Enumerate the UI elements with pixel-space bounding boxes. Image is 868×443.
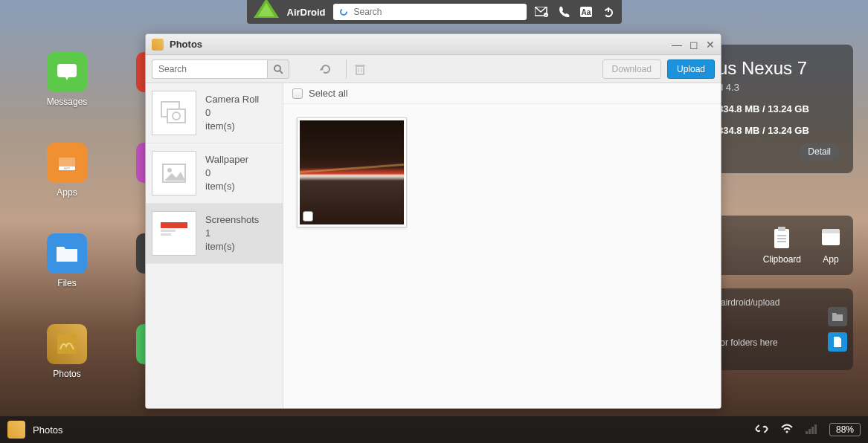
svg-marker-11	[65, 76, 69, 80]
album-search-input[interactable]	[152, 59, 267, 79]
upload-path: d/airdroid/upload	[713, 297, 844, 308]
signal-icon	[806, 424, 817, 436]
refresh-button[interactable]	[316, 59, 335, 79]
svg-line-24	[280, 71, 283, 74]
close-button[interactable]: ✕	[706, 39, 715, 51]
desktop-icon-apps[interactable]: APP Apps	[41, 143, 93, 198]
svg-rect-17	[778, 227, 785, 231]
svg-text:Aa: Aa	[581, 8, 591, 16]
device-name: us Nexus 7	[718, 58, 840, 79]
svg-rect-21	[822, 232, 840, 245]
app-icon	[819, 226, 843, 250]
phone-icon[interactable]	[556, 4, 571, 19]
select-all-checkbox[interactable]	[292, 88, 303, 99]
album-wallpaper[interactable]: Wallpaper0item(s)	[146, 143, 283, 204]
select-all-label: Select all	[309, 88, 348, 99]
album-search-button[interactable]	[267, 59, 289, 79]
svg-rect-35	[161, 222, 187, 228]
taskbar-app-icon[interactable]	[7, 421, 25, 439]
maximize-button[interactable]: ◻	[689, 39, 698, 51]
svg-rect-26	[356, 66, 364, 74]
svg-point-34	[167, 168, 172, 172]
photos-window: Photos — ◻ ✕ Download Upload Camera Roll…	[145, 33, 721, 409]
link-icon[interactable]	[755, 424, 768, 436]
svg-rect-37	[161, 233, 171, 236]
clipboard-icon	[770, 226, 794, 250]
svg-rect-40	[808, 429, 811, 434]
power-icon[interactable]	[601, 4, 616, 19]
svg-rect-42	[814, 424, 817, 434]
battery-indicator[interactable]: 88%	[829, 423, 861, 436]
photo-thumbnail	[300, 120, 404, 224]
drop-hint: s or folders here	[713, 337, 844, 348]
upload-panel[interactable]: d/airdroid/upload s or folders here	[704, 288, 853, 370]
album-thumb-icon	[152, 211, 196, 256]
album-screenshots[interactable]: Screenshots1item(s)	[146, 204, 283, 264]
upload-button[interactable]: Upload	[667, 59, 715, 79]
svg-rect-22	[822, 229, 840, 233]
top-menubar: AirDroid + Aa	[0, 0, 868, 24]
album-thumb-icon	[152, 151, 196, 195]
taskbar: Photos 88%	[0, 416, 868, 443]
photo-item[interactable]	[297, 117, 407, 227]
window-toolbar: Download Upload	[146, 55, 721, 83]
desktop-icon-photos[interactable]: Photos	[41, 324, 93, 379]
storage-stat-1: 834.8 MB / 13.24 GB	[718, 103, 840, 114]
spinner-icon	[339, 7, 348, 16]
svg-point-23	[274, 65, 280, 71]
file-button[interactable]	[828, 332, 847, 352]
window-title: Photos	[170, 39, 672, 50]
minimize-button[interactable]: —	[672, 39, 682, 51]
taskbar-app-label[interactable]: Photos	[33, 424, 62, 436]
storage-stat-2: 834.8 MB / 13.24 GB	[718, 125, 840, 136]
window-icon	[152, 39, 164, 51]
svg-text:APP: APP	[64, 166, 70, 170]
global-search-input[interactable]	[354, 7, 521, 17]
svg-point-38	[785, 430, 788, 433]
svg-text:+: +	[544, 13, 547, 17]
mail-icon[interactable]: +	[534, 4, 549, 19]
global-search[interactable]	[333, 4, 527, 20]
svg-marker-25	[320, 68, 324, 71]
album-camera-roll[interactable]: Camera Roll0item(s)	[146, 83, 283, 143]
svg-rect-31	[167, 109, 185, 123]
delete-button[interactable]	[346, 59, 365, 79]
wifi-icon[interactable]	[780, 424, 794, 436]
svg-rect-36	[161, 230, 176, 232]
desktop-icons-col1: Messages APP Apps Files Photos	[41, 52, 93, 379]
app-widget[interactable]: App	[819, 226, 843, 265]
svg-rect-39	[806, 431, 808, 434]
window-titlebar[interactable]: Photos — ◻ ✕	[146, 34, 721, 55]
svg-rect-41	[811, 427, 814, 434]
desktop-icon-files[interactable]: Files	[41, 233, 93, 288]
album-thumb-icon	[152, 91, 196, 135]
folder-button[interactable]	[828, 307, 847, 326]
svg-rect-10	[57, 64, 77, 77]
photo-grid-area: Select all	[283, 83, 721, 408]
brand-label: AirDroid	[287, 7, 326, 18]
svg-point-2	[341, 9, 347, 15]
detail-button[interactable]: Detail	[799, 143, 840, 160]
airdroid-logo-icon	[253, 0, 280, 23]
photo-checkbox[interactable]	[303, 211, 313, 222]
device-panel: us Nexus 7 d 4.3 834.8 MB / 13.24 GB 834…	[704, 45, 853, 173]
text-size-icon[interactable]: Aa	[579, 4, 594, 19]
clipboard-widget[interactable]: Clipboard	[763, 226, 801, 265]
widgets-panel: Clipboard App	[704, 216, 853, 275]
download-button[interactable]: Download	[602, 59, 661, 79]
device-version: d 4.3	[718, 82, 840, 93]
desktop-icon-messages[interactable]: Messages	[41, 52, 93, 107]
album-sidebar: Camera Roll0item(s) Wallpaper0item(s) Sc…	[146, 83, 283, 408]
